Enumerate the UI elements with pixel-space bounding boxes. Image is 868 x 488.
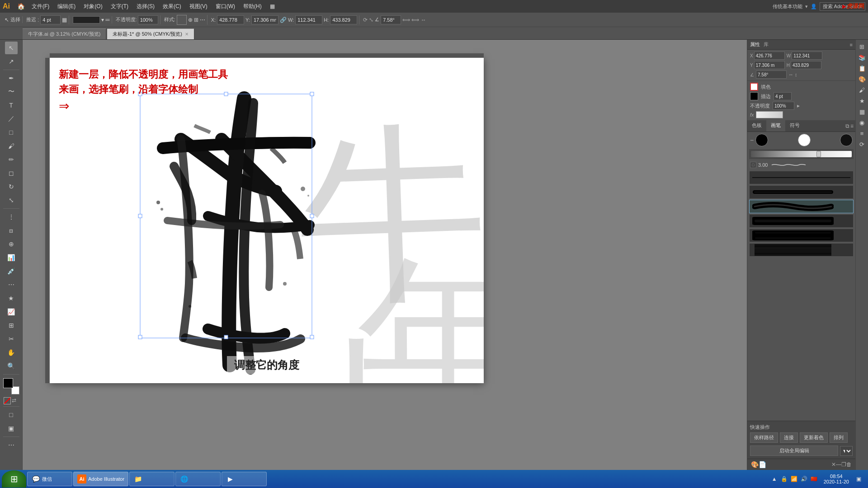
expand-icon[interactable]: ▸: [797, 103, 800, 109]
props-icon-9[interactable]: ≡: [857, 128, 867, 138]
btn-auto-edit[interactable]: 启动全局编辑: [750, 446, 838, 456]
taskbar-ie[interactable]: 🌐: [175, 472, 221, 486]
shape-builder-tool[interactable]: ⊕: [5, 238, 18, 250]
props-icon-10[interactable]: ⟳: [857, 139, 867, 149]
fx-label[interactable]: fx: [750, 112, 754, 117]
taskbar-ai[interactable]: Ai Adobe Illustrator: [73, 472, 128, 486]
panel-expand-icon[interactable]: ⧉: [845, 123, 849, 129]
hand-tool[interactable]: ✋: [5, 346, 18, 359]
brush-tool[interactable]: 🖌: [5, 140, 18, 152]
taskbar-player[interactable]: ▶: [222, 472, 267, 486]
w-input[interactable]: [295, 15, 322, 24]
eyedropper-tool[interactable]: 💉: [5, 265, 18, 277]
menu-help[interactable]: 帮助(H): [240, 2, 265, 11]
zoom-tool[interactable]: 🔍: [5, 360, 18, 372]
taskbar-explorer[interactable]: 📁: [129, 472, 175, 486]
artboard-tool[interactable]: ⊞: [5, 319, 18, 332]
panel-icon-1[interactable]: 🎨: [751, 461, 759, 468]
fill-mode-icon[interactable]: □: [5, 408, 18, 421]
props-icon-2[interactable]: 📚: [857, 52, 867, 62]
show-desktop-icon[interactable]: ▣: [854, 475, 863, 483]
canvas-area[interactable]: 新建一层，降低不透明度，用画笔工具 来画，选择笔刷，沿着字体绘制 ⇒ 牛 年 大…: [23, 40, 747, 470]
panel-menu-icon2[interactable]: ≡: [850, 123, 854, 129]
tab-close-icon[interactable]: ✕: [185, 32, 189, 37]
menu-text[interactable]: 文字(T): [107, 2, 132, 11]
brush-item-3[interactable]: [749, 200, 854, 213]
props-icon-3[interactable]: 📋: [857, 63, 867, 73]
prop-angle-input[interactable]: [756, 70, 787, 79]
scale-tool[interactable]: ⤡: [5, 194, 18, 206]
panel-min-icon[interactable]: —: [836, 461, 841, 468]
menu-object[interactable]: 对象(O): [80, 2, 106, 11]
more-tools-icon[interactable]: ⋯: [5, 439, 18, 451]
pen-tool[interactable]: ✒: [5, 72, 18, 84]
stroke-dropdown-icon[interactable]: ▾: [101, 17, 104, 23]
black-dot2[interactable]: [840, 134, 853, 146]
tab-brush[interactable]: 画笔: [766, 120, 785, 131]
brush-item-1[interactable]: [749, 171, 854, 184]
fill-swatch[interactable]: [750, 83, 758, 91]
tab-swatch[interactable]: 色板: [747, 120, 766, 131]
warp-tool[interactable]: ⋮: [5, 211, 18, 223]
foreground-color-swatch[interactable]: [3, 378, 13, 388]
symbol-tool[interactable]: ★: [5, 292, 18, 305]
rotate-tool[interactable]: ↻: [5, 180, 18, 193]
prop-x-input[interactable]: [754, 52, 785, 60]
direct-selection-tool[interactable]: ↗: [5, 55, 18, 68]
panel-close-icon[interactable]: ✕: [831, 461, 836, 468]
menu-select[interactable]: 选择(S): [133, 2, 158, 11]
chain-icon[interactable]: 🔗: [280, 17, 287, 23]
tray-icon-4[interactable]: 🔊: [800, 475, 808, 483]
props-icon-7[interactable]: ▦: [857, 107, 867, 117]
y-input[interactable]: [251, 15, 278, 24]
props-icon-6[interactable]: ★: [857, 96, 867, 106]
taskbar-wechat[interactable]: 💬 微信: [27, 472, 72, 486]
btn-match-path[interactable]: 依样路径: [750, 432, 778, 443]
stroke-swatch[interactable]: [750, 92, 758, 100]
btn-recolor[interactable]: 更新着色: [800, 432, 828, 443]
prop-y-input[interactable]: [754, 61, 785, 69]
white-dot[interactable]: [798, 134, 811, 146]
column-graph-tool[interactable]: 📈: [5, 305, 18, 318]
start-button[interactable]: ⊞: [2, 470, 26, 488]
stroke-width-prop[interactable]: [774, 92, 792, 100]
stroke-preview[interactable]: [73, 16, 100, 23]
brush-item-5[interactable]: [749, 229, 854, 242]
props-icon-4[interactable]: 🎨: [857, 74, 867, 84]
menu-extra[interactable]: ▦: [266, 2, 278, 10]
more-icon[interactable]: ⋯: [200, 17, 205, 23]
tray-icon-2[interactable]: 🔒: [780, 475, 788, 483]
menu-file[interactable]: 文件(F): [28, 2, 53, 11]
brush-item-6[interactable]: [749, 243, 854, 257]
btn-arrange[interactable]: 排列: [830, 432, 848, 443]
slice-tool[interactable]: ✂: [5, 333, 18, 345]
screen-mode-icon[interactable]: ▣: [5, 422, 18, 435]
line-tool[interactable]: ／: [5, 113, 18, 125]
props-icon-5[interactable]: 🖌: [857, 85, 867, 95]
eraser-tool[interactable]: ◻: [5, 167, 18, 179]
selection-tool[interactable]: ↖: [5, 42, 18, 54]
h-input[interactable]: [330, 15, 357, 24]
black-dot[interactable]: [755, 134, 768, 146]
props-icon-1[interactable]: ⊞: [857, 42, 867, 52]
minus-icon[interactable]: −: [750, 136, 754, 144]
menu-view[interactable]: 视图(V): [186, 2, 211, 11]
library-label[interactable]: 库: [764, 41, 769, 48]
swap-colors-icon[interactable]: ⇄: [12, 397, 19, 404]
menu-edit[interactable]: 编辑(E): [54, 2, 79, 11]
brush-size-slider[interactable]: [751, 151, 852, 157]
opacity-prop-input[interactable]: [773, 102, 794, 110]
tray-icon-5[interactable]: 🇨🇳: [810, 475, 818, 483]
prop-h-input[interactable]: [791, 61, 821, 69]
brush-item-4[interactable]: [749, 214, 854, 228]
brush-item-2[interactable]: [749, 185, 854, 199]
opacity-input[interactable]: [138, 15, 158, 24]
properties-label[interactable]: 属性: [750, 41, 760, 48]
tray-icon-3[interactable]: 📶: [790, 475, 798, 483]
grid-icon[interactable]: ⊞: [194, 17, 198, 23]
home-icon[interactable]: 🏠: [14, 0, 27, 13]
props-icon-8[interactable]: ◉: [857, 117, 867, 127]
text-tool[interactable]: T: [5, 99, 18, 112]
free-transform-tool[interactable]: ⧈: [5, 224, 18, 237]
fx-swatch[interactable]: [756, 111, 783, 118]
